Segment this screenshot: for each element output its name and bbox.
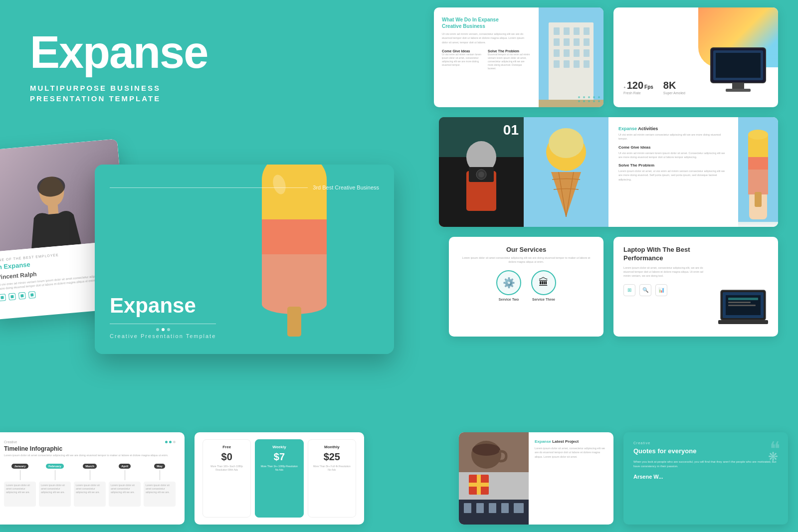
pricing-monthly-plan: Monthly (324, 445, 340, 449)
timeline-items: January Lorem ipsum dolor sit amet conse… (4, 464, 176, 507)
svg-point-43 (549, 128, 584, 158)
services-desc: Lorem ipsum dolor sit amet consectetur a… (459, 256, 594, 264)
svg-rect-27 (584, 60, 590, 68)
brand-title: Expanse (30, 30, 239, 75)
building-svg (539, 7, 603, 107)
pricing-weekly-desc: More Than 1k+ 1080p Resolution No Ads (259, 465, 299, 472)
svg-rect-23 (584, 49, 590, 57)
mini-popsicle-svg (738, 122, 778, 222)
svg-rect-8 (287, 307, 301, 337)
whatwedo-title: What We Do In Expanse Creative Business (442, 16, 531, 29)
svg-rect-25 (564, 60, 570, 68)
laptop-icon-1: ⊞ (623, 284, 635, 296)
whatwedo-desc: Ut visi enim ad minim veniam, consectetu… (442, 32, 531, 44)
svg-rect-22 (574, 49, 580, 57)
whatwedo-content: What We Do In Expanse Creative Business … (434, 7, 539, 107)
activities-desc: Ut visi enim ad minim veniam consectetur… (618, 133, 728, 141)
timeline-dots (165, 441, 176, 443)
svg-rect-59 (728, 302, 751, 303)
project-desc: Lorem ipsum dolor sit amet, consectetur … (535, 446, 607, 459)
quotes-badge: Creative (633, 441, 778, 445)
pricing-monthly-desc: More Than 5k+ Full 4k Resolution No Ads (312, 465, 352, 472)
svg-rect-69 (464, 503, 471, 513)
social-icon-3[interactable] (18, 292, 26, 299)
decorative-snowflake: ❋ (768, 450, 778, 464)
activities-desc2: Lorem ipsum dolor sit amet, ut visi enim… (618, 169, 728, 181)
svg-rect-24 (554, 60, 560, 68)
svg-rect-32 (726, 89, 751, 92)
activities-desc1: Ut visi enim ad minim veniam lorem ipsum… (618, 151, 728, 160)
laptop-icon-2: 🔍 (639, 284, 651, 296)
svg-rect-58 (728, 298, 758, 300)
timeline-item-jan: January Lorem ipsum dolor sit amet conse… (4, 464, 36, 507)
svg-rect-73 (514, 503, 524, 513)
service2-icon: ⚙️ (496, 270, 521, 295)
tech-specs: + 120 Fps Fresh Rate 8K Super Amoled (623, 80, 685, 95)
services-icons: ⚙️ Service Two 🏛 Service Three (459, 270, 594, 301)
svg-rect-72 (501, 503, 509, 513)
slide-main-title: Expanse (110, 294, 216, 318)
svg-rect-70 (476, 503, 484, 513)
pricing-weekly: Weekly $7 More Than 1k+ 1080p Resolution… (255, 439, 303, 518)
dots-pattern-1 (578, 96, 601, 102)
svg-rect-56 (718, 320, 768, 324)
slide-timeline: Creative Timeline Infographic Lorem ipsu… (0, 432, 185, 525)
svg-rect-17 (564, 38, 570, 46)
svg-point-52 (748, 130, 768, 140)
svg-rect-71 (489, 503, 496, 513)
pricing-free-price: $0 (221, 451, 232, 463)
service-item-3: 🏛 Service Three (531, 270, 556, 301)
timeline-item-feb: February Lorem ipsum dolor sit amet cons… (39, 464, 71, 507)
svg-point-40 (478, 172, 484, 177)
whatwedo-building-image (539, 7, 603, 107)
svg-rect-60 (728, 305, 756, 306)
monitor-image (708, 45, 768, 97)
slide-main-tagline: 3rd Best Creative Business (313, 184, 379, 190)
social-icon-4[interactable] (28, 291, 36, 299)
tech-fps: + 120 Fps Fresh Rate (623, 80, 653, 95)
svg-rect-13 (564, 27, 570, 35)
laptop-title: Laptop With The Best Performance (623, 246, 711, 263)
activities-heading1: Come Give Ideas (618, 145, 728, 150)
svg-rect-67 (469, 483, 489, 487)
svg-rect-53 (755, 192, 762, 207)
svg-rect-26 (574, 60, 580, 68)
tech-res: 8K Super Amoled (663, 80, 685, 95)
laptop-image (718, 246, 768, 328)
activity-img-popsicle (738, 117, 778, 227)
dot-2 (162, 328, 165, 331)
activities-content: Expanse Activities Ut visi enim ad minim… (608, 117, 738, 227)
quotes-text: When you look at people who are successf… (633, 460, 778, 469)
activity-img-icecream (524, 117, 608, 227)
activity-img-person: 01 (439, 117, 524, 227)
svg-rect-1 (48, 203, 59, 214)
pricing-weekly-plan: Weekly (272, 445, 286, 449)
slide-pricing: Free $0 More Than 100+ Each 1080p Resolu… (195, 432, 364, 525)
social-icon-2[interactable] (8, 293, 16, 300)
slide-laptop: Laptop With The Best Performance Lorem i… (613, 237, 778, 337)
icecream-svg (524, 117, 608, 227)
service-item-2: ⚙️ Service Two (496, 270, 521, 301)
svg-rect-18 (574, 38, 580, 46)
dot-1 (156, 328, 159, 331)
whatwedo-item1: Come Give Ideas Ut visi enim ad minim ve… (442, 49, 485, 70)
activities-images: 01 (439, 117, 608, 227)
pricing-free: Free $0 More Than 100+ Each 1080p Resolu… (202, 439, 251, 518)
activities-heading2: Solve The Problem (618, 163, 728, 168)
service3-label: Service Three (532, 298, 555, 301)
svg-rect-12 (554, 27, 560, 35)
person-svg (20, 169, 86, 249)
timeline-desc: Lorem ipsum dolor sit amet consectetur a… (4, 454, 176, 458)
pricing-free-desc: More Than 100+ Each 1080p Resolution Wit… (207, 465, 246, 472)
svg-rect-20 (554, 49, 560, 57)
activities-tag: Expanse Activities (618, 126, 728, 131)
project-items-svg (459, 432, 529, 525)
laptop-icon-3: 📊 (655, 284, 667, 296)
brand-subtitle: MULTIPURPOSE BUSINESS PRESENTATION TEMPL… (30, 83, 239, 104)
svg-rect-33 (716, 53, 761, 78)
social-icon-1[interactable] (0, 294, 6, 301)
service2-label: Service Two (499, 298, 519, 301)
services-title: Our Services (459, 246, 594, 253)
slide-services: Our Services Lorem ipsum dolor sit amet … (449, 237, 603, 337)
activity-number: 01 (503, 122, 519, 138)
